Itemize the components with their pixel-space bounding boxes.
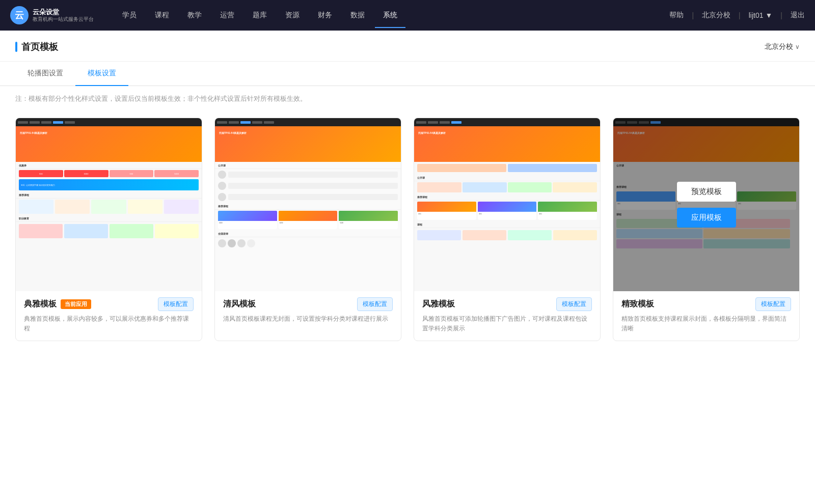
nav-item-data[interactable]: 数据 bbox=[342, 8, 373, 23]
nav-divider: | bbox=[692, 11, 694, 19]
voucher-title: 优惠券 bbox=[16, 162, 202, 169]
template-card-qingfeng[interactable]: 托福TP01-54真题及解析 公开课 bbox=[214, 118, 401, 341]
teachers-row bbox=[215, 169, 401, 180]
nav-item-questions[interactable]: 题库 bbox=[244, 8, 275, 23]
tab-template[interactable]: 模板设置 bbox=[75, 62, 128, 86]
config-button-fengya[interactable]: 模板配置 bbox=[556, 297, 592, 311]
template-card-dianye[interactable]: 托福TP01-54真题及解析 优惠券 ¥30 ¥200 ¥30 ¥200 30天… bbox=[15, 118, 202, 341]
courses-row1 bbox=[16, 199, 202, 215]
template-overlay: 预览模板 应用模板 bbox=[613, 118, 799, 291]
templates-grid: 托福TP01-54真题及解析 优惠券 ¥30 ¥200 ¥30 ¥200 30天… bbox=[0, 107, 815, 361]
course-img-3 bbox=[339, 211, 398, 221]
template-desc-qingfeng: 清风首页模板课程无封面，可设置按学科分类对课程进行展示 bbox=[223, 314, 393, 324]
course-card-1 bbox=[19, 200, 53, 214]
course-img-2 bbox=[279, 211, 338, 221]
nav-item-students[interactable]: 学员 bbox=[114, 8, 145, 23]
config-button-qingfeng[interactable]: 模板配置 bbox=[357, 297, 393, 311]
course-3-3: 课程 bbox=[538, 202, 597, 220]
mockup-dianye: 托福TP01-54真题及解析 优惠券 ¥30 ¥200 ¥30 ¥200 30天… bbox=[16, 118, 202, 291]
name-row-jingzhi: 精致模板 模板配置 bbox=[621, 297, 791, 311]
course-3-2: 课程 bbox=[478, 202, 537, 220]
page-wrapper: 首页模板 北京分校 ∨ 轮播图设置 模板设置 注：模板有部分个性化样式设置，设置… bbox=[0, 31, 815, 504]
nav-divider3: | bbox=[780, 11, 782, 19]
branch-selector[interactable]: 北京分校 ∨ bbox=[765, 42, 800, 51]
public-class-title3: 公开课 bbox=[414, 174, 600, 181]
name-row-dianye: 典雅模板 当前应用 模板配置 bbox=[24, 297, 194, 311]
template-card-fengya[interactable]: 托福TP01-54真题及解析 公开课 bbox=[414, 118, 601, 341]
note-text: 注：模板有部分个性化样式设置，设置后仅当前模板生效；非个性化样式设置后针对所有模… bbox=[15, 95, 307, 102]
template-preview-jingzhi: 托福TP01-54真题及解析 公开课 推荐课程 课程 bbox=[613, 118, 799, 291]
voucher-4: ¥200 bbox=[154, 170, 199, 177]
national-title: 全国讲师 bbox=[215, 230, 401, 237]
template-preview-qingfeng: 托福TP01-54真题及解析 公开课 bbox=[215, 118, 401, 291]
logout-link[interactable]: 退出 bbox=[791, 11, 805, 20]
nav-dot bbox=[416, 121, 426, 124]
nav-dot bbox=[65, 121, 75, 124]
config-button-jingzhi[interactable]: 模板配置 bbox=[755, 297, 791, 311]
template-card-jingzhi[interactable]: 托福TP01-54真题及解析 公开课 推荐课程 课程 bbox=[613, 118, 800, 341]
nav-dot-active bbox=[53, 121, 63, 124]
national-avatar-1 bbox=[218, 239, 226, 247]
nav-item-operations[interactable]: 运营 bbox=[212, 8, 242, 23]
preview-template-button[interactable]: 预览模板 bbox=[677, 182, 736, 202]
teachers-row3 bbox=[215, 191, 401, 203]
tab-carousel[interactable]: 轮播图设置 bbox=[15, 62, 75, 86]
tabs-bar: 轮播图设置 模板设置 bbox=[0, 62, 815, 86]
voucher-3: ¥30 bbox=[110, 170, 154, 177]
cc3-1 bbox=[417, 230, 461, 240]
edu-card-2 bbox=[64, 224, 108, 238]
template-desc-jingzhi: 精致首页模板支持课程展示封面，各模板分隔明显，界面简洁清晰 bbox=[621, 314, 791, 333]
nav-item-resources[interactable]: 资源 bbox=[277, 8, 308, 23]
course-card-5 bbox=[164, 200, 199, 214]
logo-icon: 云 bbox=[10, 6, 29, 24]
voucher-2: ¥200 bbox=[64, 170, 108, 177]
template-info-qingfeng: 清风模板 模板配置 清风首页模板课程无封面，可设置按学科分类对课程进行展示 bbox=[215, 291, 401, 331]
logo: 云 云朵设堂 教育机构一站式服务云平台 bbox=[10, 6, 94, 24]
nav-divider2: | bbox=[739, 11, 741, 19]
mockup-nav2 bbox=[215, 118, 401, 126]
edu-card-1 bbox=[19, 224, 63, 238]
nav-dot bbox=[30, 121, 40, 124]
nav-item-system[interactable]: 系统 bbox=[375, 8, 405, 23]
mini-banner: 30天 让你摆脱平庸 知识使你更有魅力 bbox=[19, 179, 199, 190]
template-name-qingfeng: 清风模板 bbox=[223, 299, 256, 310]
courses-cards3 bbox=[414, 228, 600, 242]
vouchers-row: ¥30 ¥200 ¥30 ¥200 bbox=[16, 169, 202, 178]
name-row-qingfeng: 清风模板 模板配置 bbox=[223, 297, 393, 311]
mockup-hero2: 托福TP01-54真题及解析 bbox=[215, 126, 401, 162]
rec-courses-title: 推荐课程 bbox=[215, 203, 401, 210]
mockup-nav3 bbox=[414, 118, 600, 126]
apply-template-button[interactable]: 应用模板 bbox=[677, 208, 736, 228]
nav-item-courses[interactable]: 课程 bbox=[147, 8, 177, 23]
public-class-title: 公开课 bbox=[215, 162, 401, 169]
courses-title: 推荐课程 bbox=[16, 191, 202, 199]
course-text-1: ¥499 bbox=[218, 221, 277, 229]
branch-label: 北京分校 bbox=[765, 42, 793, 51]
pc-card-2 bbox=[463, 182, 507, 192]
nav-item-finance[interactable]: 财务 bbox=[310, 8, 340, 23]
nav-dot bbox=[264, 121, 274, 124]
template-desc-fengya: 风雅首页模板可添加轮播图下广告图片，可对课程及课程包设置学科分类展示 bbox=[422, 314, 592, 333]
nav-dot bbox=[252, 121, 262, 124]
ci-1 bbox=[417, 202, 476, 212]
name-row-fengya: 风雅模板 模板配置 bbox=[422, 297, 592, 311]
ci-2 bbox=[478, 202, 537, 212]
branch-link[interactable]: 北京分校 bbox=[702, 11, 730, 20]
help-link[interactable]: 帮助 bbox=[669, 11, 684, 20]
nav-dot bbox=[229, 121, 239, 124]
rec-row3: 课程 课程 课程 bbox=[414, 201, 600, 221]
national-cards bbox=[215, 237, 401, 249]
hero-text2: 托福TP01-54真题及解析 bbox=[219, 131, 247, 134]
current-badge: 当前应用 bbox=[61, 299, 91, 309]
pc-card-1 bbox=[417, 182, 461, 192]
nav-item-teaching[interactable]: 教学 bbox=[179, 8, 210, 23]
public-class-cards bbox=[414, 181, 600, 193]
branch-chevron-icon: ∨ bbox=[795, 43, 800, 50]
user-menu[interactable]: lijt01 ▼ bbox=[749, 11, 773, 19]
config-button-dianye[interactable]: 模板配置 bbox=[158, 297, 194, 311]
rec-course-1: ¥499 bbox=[218, 211, 277, 229]
mockup-hero3: 托福TP01-54真题及解析 bbox=[414, 126, 600, 162]
voucher-1: ¥30 bbox=[19, 170, 63, 177]
nav-dot bbox=[440, 121, 450, 124]
courses-title3: 课程 bbox=[414, 221, 600, 228]
